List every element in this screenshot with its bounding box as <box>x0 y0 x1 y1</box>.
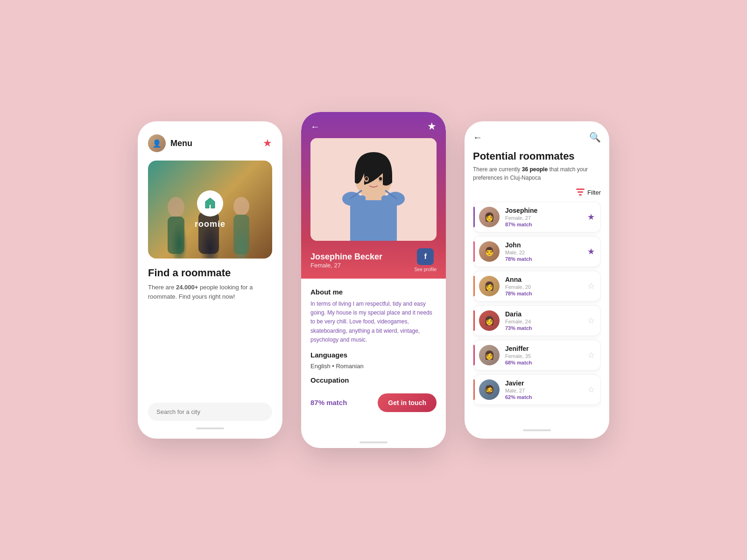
avatar-emoji: 👩 <box>479 345 500 365</box>
profile-fb-btn[interactable]: f See profile <box>414 248 437 272</box>
star-filled-icon[interactable]: ★ <box>587 212 595 222</box>
filter-label[interactable]: Filter <box>587 189 601 196</box>
user-count: 24.000+ <box>176 284 198 291</box>
roommate-list: 👩 Josephine Female, 27 87% match ★ 👨 Joh… <box>473 202 601 425</box>
profile-name-bar: Josephine Becker Female, 27 f See profil… <box>301 241 446 279</box>
roommate-avatar: 👨 <box>479 241 500 262</box>
hero-image: roomie <box>148 161 272 259</box>
roommate-gender-age: Female, 20 <box>505 284 582 290</box>
profile-content: About me In terms of living I am respect… <box>301 279 446 438</box>
star-empty-icon[interactable]: ☆ <box>587 281 595 291</box>
list-title: Potential roommates <box>473 150 601 162</box>
phone-roommates: ← 🔍 Potential roommates There are curren… <box>465 121 609 439</box>
profile-nav: ← ★ <box>310 120 437 133</box>
favorite-icon[interactable]: ★ <box>427 120 437 133</box>
roommate-card[interactable]: 👩 Josephine Female, 27 87% match ★ <box>473 202 601 232</box>
get-in-touch-button[interactable]: Get in touch <box>378 393 437 412</box>
roommate-card[interactable]: 👩 Daria Female, 24 73% match ☆ <box>473 305 601 336</box>
roommate-name: Javier <box>505 379 582 387</box>
roommate-gender-age: Female, 27 <box>505 215 582 221</box>
avatar-menu[interactable]: 👤 Menu <box>148 134 192 152</box>
roommate-info: John Male, 22 78% match <box>505 241 582 262</box>
filter-icon <box>576 189 585 196</box>
roommate-gender-age: Female, 35 <box>505 353 582 359</box>
profile-gender-age: Female, 27 <box>310 262 382 269</box>
about-title: About me <box>310 288 437 296</box>
svg-rect-15 <box>576 189 585 190</box>
accent-bar <box>473 310 475 331</box>
favorite-icon[interactable]: ★ <box>263 137 272 149</box>
profile-info: Josephine Becker Female, 27 <box>310 252 382 269</box>
roommate-match: 87% match <box>505 222 582 227</box>
roommate-gender-age: Male, 27 <box>505 388 582 393</box>
roommate-card[interactable]: 👨 John Male, 22 78% match ★ <box>473 236 601 267</box>
roomie-logo: roomie <box>195 190 226 229</box>
svg-rect-1 <box>168 217 184 254</box>
scroll-indicator <box>523 429 551 431</box>
list-subtitle: There are currently 36 people that match… <box>473 165 601 182</box>
roommate-card[interactable]: 🧔 Javier Male, 27 62% match ☆ <box>473 374 601 405</box>
roommate-gender-age: Female, 24 <box>505 319 582 324</box>
city-search-input[interactable] <box>148 403 272 421</box>
scroll-indicator <box>359 441 388 443</box>
roommate-name: Anna <box>505 276 582 283</box>
languages-value: English • Romanian <box>310 363 437 370</box>
accent-bar <box>473 207 475 227</box>
accent-bar <box>473 345 475 365</box>
svg-point-4 <box>233 197 249 216</box>
profile-photo <box>310 138 437 241</box>
find-description: There are 24.000+ people looking for a r… <box>148 283 272 393</box>
menu-label: Menu <box>170 139 192 148</box>
phone-home: 👤 Menu ★ <box>138 121 282 439</box>
roomie-icon <box>197 190 223 217</box>
roommate-gender-age: Male, 22 <box>505 250 582 255</box>
brand-name: roomie <box>195 219 226 229</box>
roommate-name: John <box>505 241 582 249</box>
star-empty-icon[interactable]: ☆ <box>587 350 595 360</box>
avatar-emoji: 👩 <box>479 276 500 296</box>
svg-point-12 <box>379 177 382 181</box>
scroll-indicator <box>196 427 224 429</box>
avatar-emoji: 🧔 <box>479 379 500 400</box>
see-profile-label: See profile <box>414 267 437 272</box>
home-top-bar: 👤 Menu ★ <box>148 134 272 152</box>
facebook-icon: f <box>424 252 426 261</box>
roommate-avatar: 🧔 <box>479 379 500 400</box>
about-text: In terms of living I am respectful, tidy… <box>310 300 437 344</box>
svg-rect-17 <box>579 194 582 196</box>
profile-person-svg <box>310 138 437 241</box>
star-filled-icon[interactable]: ★ <box>587 246 595 257</box>
avatar-emoji: 👩 <box>479 207 500 227</box>
star-empty-icon[interactable]: ☆ <box>587 385 595 395</box>
filter-row: Filter <box>473 189 601 196</box>
profile-name: Josephine Becker <box>310 252 382 262</box>
roommate-info: Javier Male, 27 62% match <box>505 379 582 400</box>
avatar-emoji: 👩 <box>479 310 500 331</box>
accent-bar <box>473 276 475 296</box>
user-avatar: 👤 <box>148 134 166 152</box>
roommate-avatar: 👩 <box>479 207 500 227</box>
roommate-avatar: 👩 <box>479 276 500 296</box>
back-icon[interactable]: ← <box>310 121 320 132</box>
languages-title: Languages <box>310 351 437 359</box>
svg-rect-5 <box>233 215 249 254</box>
roommate-card[interactable]: 👩 Jeniffer Female, 35 68% match ☆ <box>473 340 601 371</box>
roommate-match: 62% match <box>505 394 582 400</box>
find-title: Find a roommate <box>148 267 272 279</box>
accent-bar <box>473 379 475 400</box>
roommate-info: Daria Female, 24 73% match <box>505 310 582 331</box>
roommate-name: Jeniffer <box>505 345 582 352</box>
back-icon[interactable]: ← <box>473 132 482 143</box>
house-icon <box>203 196 218 211</box>
list-nav: ← 🔍 <box>473 132 601 143</box>
phone-profile: ← ★ <box>301 112 446 448</box>
search-icon[interactable]: 🔍 <box>589 132 601 143</box>
star-empty-icon[interactable]: ☆ <box>587 315 595 326</box>
roommate-name: Josephine <box>505 207 582 214</box>
roommate-avatar: 👩 <box>479 310 500 331</box>
city-name: Cluj-Napoca <box>510 175 541 181</box>
roommate-info: Jeniffer Female, 35 68% match <box>505 345 582 365</box>
facebook-button[interactable]: f <box>417 248 434 265</box>
profile-header: ← ★ <box>301 112 446 241</box>
roommate-card[interactable]: 👩 Anna Female, 20 78% match ☆ <box>473 271 601 301</box>
